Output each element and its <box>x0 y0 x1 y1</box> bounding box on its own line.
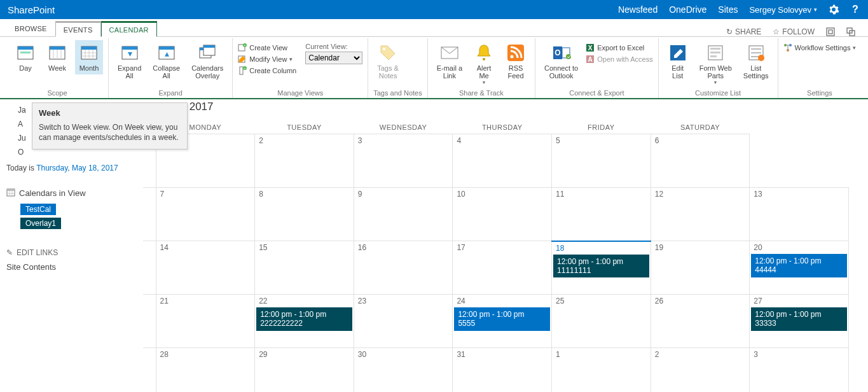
day-cell[interactable]: 7 <box>156 188 255 241</box>
calendar-tag[interactable]: TestCal <box>20 204 56 215</box>
day-cell[interactable]: 2 <box>651 348 750 393</box>
create-view-icon: + <box>238 43 247 52</box>
nav-onedrive[interactable]: OneDrive <box>669 4 706 15</box>
day-cell[interactable]: 16 <box>354 241 453 295</box>
workflow-settings-button[interactable]: Workflow Settings ▾ <box>783 43 857 53</box>
day-cell[interactable]: 15 <box>255 241 354 295</box>
edit-list-button[interactable]: Edit List <box>664 40 692 82</box>
day-number: 8 <box>259 190 263 199</box>
month-grid: MONDAYTUESDAYWEDNESDAYTHURSDAYFRIDAYSATU… <box>143 121 849 392</box>
day-cell[interactable]: 11 <box>552 188 651 241</box>
day-cell[interactable]: 17 <box>453 241 552 295</box>
day-cell[interactable]: 13 <box>750 188 849 241</box>
site-contents-link[interactable]: Site Contents <box>6 262 137 272</box>
day-cell[interactable]: 31 <box>453 348 552 393</box>
calendars-overlay-button[interactable]: Calendars Overlay <box>188 40 227 82</box>
modify-view-button[interactable]: Modify View ▾ <box>238 54 296 64</box>
connect-outlook-button[interactable]: O Connect to Outlook <box>541 40 582 82</box>
day-number: 6 <box>655 136 659 145</box>
day-cell[interactable]: 6 <box>651 134 750 188</box>
current-view-select[interactable]: Calendar <box>305 52 362 64</box>
edit-links-button[interactable]: ✎ EDIT LINKS <box>6 248 137 257</box>
week-lead <box>143 241 156 295</box>
day-cell[interactable]: 23 <box>354 295 453 348</box>
share-button[interactable]: ↻ SHARE <box>726 27 761 36</box>
export-excel-button[interactable]: X Export to Excel <box>586 43 652 53</box>
help-icon[interactable]: ? <box>850 4 860 15</box>
user-menu[interactable]: Sergey Solovyev ▾ <box>749 5 817 15</box>
outlook-icon: O <box>551 43 572 63</box>
caret-down-icon: ▾ <box>853 45 856 51</box>
day-cell[interactable]: 5 <box>552 134 651 188</box>
day-cell[interactable]: 2 <box>255 134 354 188</box>
day-number: 26 <box>655 297 663 305</box>
calendar-event[interactable]: 12:00 pm - 1:00 pm11111111 <box>553 255 649 278</box>
scope-day-button[interactable]: Day <box>11 40 39 74</box>
calendar-event[interactable]: 12:00 pm - 1:00 pm44444 <box>751 254 847 277</box>
today-link[interactable]: Thursday, May 18, 2017 <box>36 164 118 172</box>
day-number: 12 <box>655 190 663 199</box>
day-cell[interactable]: 3 <box>354 134 453 188</box>
day-cell[interactable]: 9 <box>354 188 453 241</box>
excel-icon: X <box>586 43 595 52</box>
day-cell[interactable]: 3 <box>750 348 849 393</box>
tags-notes-button[interactable]: Tags & Notes <box>373 40 403 82</box>
email-link-button[interactable]: E-mail a Link <box>433 40 466 82</box>
day-cell[interactable]: 21 <box>156 295 255 348</box>
follow-button[interactable]: ☆ FOLLOW <box>773 27 815 36</box>
day-cell[interactable]: 25 <box>552 295 651 348</box>
calendar-event[interactable]: 12:00 pm - 1:00 pm33333 <box>751 307 847 331</box>
nav-sites[interactable]: Sites <box>718 4 738 15</box>
day-cell[interactable]: 2212:00 pm - 1:00 pm2222222222 <box>255 295 354 348</box>
gear-icon[interactable] <box>829 4 839 15</box>
day-number: 16 <box>358 243 366 252</box>
form-web-parts-button[interactable]: Form Web Parts ▾ <box>696 40 736 88</box>
rss-feed-button[interactable]: RSS Feed <box>502 40 530 82</box>
form-icon <box>705 43 726 63</box>
day-number: 28 <box>160 350 169 359</box>
day-cell[interactable]: 28 <box>156 348 255 393</box>
day-number: 2 <box>655 350 659 359</box>
calendar-week-icon <box>47 43 67 63</box>
tab-browse[interactable]: BROWSE <box>6 21 55 36</box>
scope-week-button[interactable]: Week <box>43 40 71 74</box>
mini-month-picker[interactable]: Ja A Ju O <box>6 102 32 160</box>
day-cell[interactable]: 4 <box>453 134 552 188</box>
open-access-button[interactable]: A Open with Access <box>586 54 652 64</box>
day-cell[interactable]: 1812:00 pm - 1:00 pm11111111 <box>552 241 651 295</box>
svg-point-40 <box>511 55 514 59</box>
day-cell[interactable]: 26 <box>651 295 750 348</box>
day-cell[interactable]: 2712:00 pm - 1:00 pm33333 <box>750 295 849 348</box>
day-cell[interactable]: 8 <box>255 188 354 241</box>
tab-calendar[interactable]: CALENDAR <box>101 21 157 37</box>
calendar-event[interactable]: 12:00 pm - 1:00 pm2222222222 <box>256 307 352 331</box>
tab-events[interactable]: EVENTS <box>55 21 101 37</box>
expand-all-button[interactable]: ▾ Expand All <box>114 40 145 82</box>
day-cell[interactable]: 19 <box>651 241 750 295</box>
day-cell[interactable]: 2412:00 pm - 1:00 pm5555 <box>453 295 552 348</box>
collapse-all-button[interactable]: ▴ Collapse All <box>149 40 184 82</box>
alert-me-button[interactable]: Alert Me ▾ <box>470 40 498 88</box>
day-cell[interactable]: 12 <box>651 188 750 241</box>
day-cell[interactable]: 10 <box>453 188 552 241</box>
day-cell[interactable]: 1 <box>552 348 651 393</box>
day-number: 1 <box>556 350 560 359</box>
calendar-event[interactable]: 12:00 pm - 1:00 pm5555 <box>454 307 550 331</box>
day-cell[interactable]: 29 <box>255 348 354 393</box>
day-cell[interactable]: 30 <box>354 348 453 393</box>
suite-bar: SharePoint Newsfeed OneDrive Sites Serge… <box>0 0 868 19</box>
scope-month-button[interactable]: Month <box>75 40 103 74</box>
focus-icon[interactable] <box>826 27 835 36</box>
list-settings-button[interactable]: List Settings <box>740 40 773 82</box>
day-cell[interactable]: 2012:00 pm - 1:00 pm44444 <box>750 241 849 295</box>
sync-icon[interactable] <box>846 27 855 36</box>
day-number: 15 <box>259 243 267 252</box>
day-cell[interactable]: 14 <box>156 241 255 295</box>
nav-newsfeed[interactable]: Newsfeed <box>618 4 658 15</box>
create-view-button[interactable]: + Create View <box>238 43 296 53</box>
calendar-tag[interactable]: Overlay1 <box>20 218 61 229</box>
create-column-button[interactable]: + Create Column <box>238 66 296 76</box>
svg-text:▴: ▴ <box>164 48 169 59</box>
group-share-label: Share & Track <box>433 88 530 98</box>
svg-text:O: O <box>555 48 560 57</box>
